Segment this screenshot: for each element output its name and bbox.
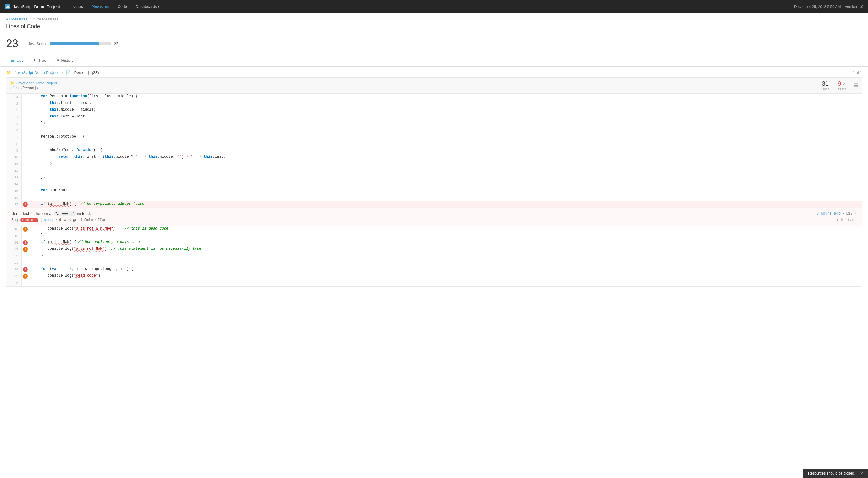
line-icon	[22, 174, 29, 181]
line-icon	[22, 141, 29, 147]
external-link-icon: ↗	[842, 82, 845, 86]
code-header-right: 31 Lines 9 ↗ Issues ☰	[821, 80, 858, 91]
line-icon	[22, 253, 29, 260]
line-number: 10	[6, 154, 22, 161]
line-code: this.first = first;	[29, 100, 862, 107]
line-number: 26	[6, 280, 22, 287]
issue-inline-top: Use a test of the format "a === a" inste…	[11, 211, 857, 216]
nav-issues[interactable]: Issues	[67, 0, 87, 13]
code-line: 12	[6, 168, 862, 174]
dashboards-dropdown-icon: ▾	[158, 5, 159, 8]
line-icon: !	[22, 246, 29, 253]
code-line: 2 this.first = first;	[6, 100, 862, 107]
file-path-project[interactable]: JavaScript Demo Project	[15, 70, 58, 75]
line-icon: !	[22, 239, 29, 246]
critical-icon: !	[23, 274, 28, 279]
breadcrumb-all-measures[interactable]: All Measures	[6, 17, 27, 21]
brand-logo-icon: JS	[5, 4, 10, 9]
line-code: if (a === NaN) { // Noncompliant; always…	[29, 201, 862, 208]
line-number: 13	[6, 174, 22, 181]
line-number: 2	[6, 100, 22, 107]
file-path-current: Person.js (23)	[74, 70, 99, 75]
code-line-issue: 17 ! if (a === NaN) { // Noncompliant; a…	[6, 201, 862, 208]
code-line: 26 }	[6, 280, 862, 287]
code-line: 10 return this.first + (this.middle ? ' …	[6, 154, 862, 161]
metric-row: 23 JavaScript 23	[0, 32, 868, 55]
nav-measures[interactable]: Measures	[87, 0, 113, 13]
line-icon	[22, 168, 29, 174]
line-code	[29, 127, 862, 134]
line-number: 15	[6, 188, 22, 195]
code-line: 14	[6, 181, 862, 188]
code-file-path: src/Person.js	[17, 86, 37, 90]
line-icon	[22, 134, 29, 141]
metric-bar-bg	[50, 42, 111, 45]
metric-bar-count: 23	[114, 41, 118, 46]
issue-share-icon[interactable]: ↗	[855, 211, 857, 216]
line-number: 24	[6, 266, 22, 273]
tab-history[interactable]: ↗ History	[51, 55, 78, 66]
line-icon: !	[22, 273, 29, 280]
line-number: 7	[6, 134, 22, 141]
tree-icon: ⋮	[32, 58, 36, 63]
code-line: 16	[6, 195, 862, 201]
file-browser: 📁 JavaScript Demo Project > 📄 Person.js …	[0, 67, 868, 77]
line-icon	[22, 120, 29, 127]
issues-link[interactable]: 9	[838, 80, 841, 87]
breadcrumb: All Measures / Size Measures	[6, 17, 862, 21]
line-code: Person.prototype = {	[29, 134, 862, 141]
code-file: 📄 src/Person.js	[10, 86, 57, 90]
tab-tree[interactable]: ⋮ Tree	[28, 55, 51, 66]
line-number: 5	[6, 120, 22, 127]
issue-time-chevron[interactable]: ▾	[842, 212, 844, 215]
line-number: 1	[6, 93, 22, 100]
topbar: JS JavaScript Demo Project Issues Measur…	[0, 0, 868, 13]
code-container: 📁 JavaScript Demo Project 📄 src/Person.j…	[6, 77, 862, 287]
issue-tags-row: Bug Blocker Open Not assigned 5min effor…	[11, 218, 857, 222]
code-lines: 1 var Person = function(first, last, mid…	[6, 93, 862, 287]
line-icon	[22, 181, 29, 188]
tabs-row: ☰ List ⋮ Tree ↗ History	[0, 55, 868, 67]
metric-label: JavaScript	[28, 41, 47, 46]
topbar-version: Version 1.0	[845, 5, 863, 9]
code-line: 4 this.last = last;	[6, 114, 862, 120]
code-line: 6	[6, 127, 862, 134]
code-line: 1 var Person = function(first, last, mid…	[6, 93, 862, 100]
line-code: this.last = last;	[29, 114, 862, 120]
topbar-datetime: December 25, 2018 5:50 AM	[794, 5, 841, 9]
line-code	[29, 260, 862, 266]
status-badge: Open	[41, 218, 53, 222]
line-number: 16	[6, 195, 22, 201]
line-icon	[22, 93, 29, 100]
tab-history-label: History	[61, 58, 73, 63]
code-line: 8	[6, 141, 862, 147]
line-number: 17	[6, 201, 22, 208]
hamburger-icon[interactable]: ☰	[854, 83, 858, 88]
brand-title: JavaScript Demo Project	[13, 4, 60, 9]
code-line: 18 ! console.log("a is not a number"); /…	[6, 226, 862, 233]
tab-list[interactable]: ☰ List	[6, 55, 28, 66]
line-number: 18	[6, 226, 22, 233]
line-icon	[22, 195, 29, 201]
file-icon: 📄	[66, 70, 70, 75]
line-code	[29, 195, 862, 201]
line-number: 3	[6, 107, 22, 114]
metric-bar-fill	[50, 42, 99, 45]
file-path: 📁 JavaScript Demo Project > 📄 Person.js …	[6, 70, 862, 75]
nav-dashboards[interactable]: Dashboards ▾	[131, 0, 163, 13]
code-project-name: JavaScript Demo Project	[17, 81, 57, 85]
line-number: 11	[6, 161, 22, 168]
line-code: console.log("dead code")	[29, 273, 862, 280]
severity-badge: Blocker	[21, 218, 38, 222]
line-code: return this.first + (this.middle ? ' ' +…	[29, 154, 862, 161]
issue-time: 8 hours ago	[816, 211, 840, 216]
topbar-nav: Issues Measures Code Dashboards ▾	[67, 0, 163, 13]
topbar-left: JS JavaScript Demo Project Issues Measur…	[5, 0, 163, 13]
line-icon	[22, 114, 29, 120]
line-icon: !	[22, 226, 29, 233]
line-icon	[22, 233, 29, 239]
code-header: 📁 JavaScript Demo Project 📄 src/Person.j…	[6, 78, 862, 93]
history-icon: ↗	[56, 58, 59, 63]
nav-code[interactable]: Code	[113, 0, 131, 13]
critical-icon: !	[23, 247, 28, 252]
